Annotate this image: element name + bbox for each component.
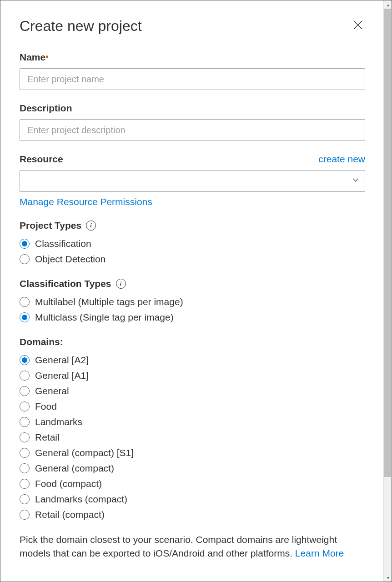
project-types-list: ClassificationObject Detection — [20, 238, 365, 265]
radio-button[interactable] — [20, 386, 30, 396]
scrollbar-track[interactable]: ▴ ▾ — [383, 0, 392, 582]
radio-button[interactable] — [20, 494, 30, 504]
radio-button[interactable] — [20, 510, 30, 520]
domain-option[interactable]: General [A1] — [20, 370, 365, 381]
manage-permissions-link[interactable]: Manage Resource Permissions — [20, 196, 152, 207]
radio-dot-icon — [22, 315, 27, 320]
domain-option[interactable]: Retail (compact) — [20, 509, 365, 520]
description-label: Description — [20, 103, 72, 114]
resource-select[interactable] — [20, 170, 365, 192]
radio-label: Multiclass (Single tag per image) — [35, 312, 174, 323]
info-icon[interactable]: i — [116, 279, 126, 289]
project-type-option[interactable]: Classification — [20, 238, 365, 249]
radio-button[interactable] — [20, 479, 30, 489]
radio-dot-icon — [22, 357, 27, 363]
radio-label: Landmarks (compact) — [35, 494, 127, 505]
radio-button[interactable] — [20, 371, 30, 381]
radio-label: General (compact) — [35, 463, 114, 474]
radio-button[interactable] — [20, 401, 30, 411]
radio-label: Object Detection — [35, 254, 106, 265]
radio-button[interactable] — [20, 254, 30, 264]
name-field-group: Name* — [20, 52, 365, 90]
domain-option[interactable]: Food (compact) — [20, 478, 365, 489]
classification-types-section: Classification Types i Multilabel (Multi… — [20, 278, 365, 323]
radio-button[interactable] — [20, 297, 30, 307]
scrollbar-thumb[interactable] — [384, 9, 391, 477]
help-text-body: Pick the domain closest to your scenario… — [20, 534, 337, 558]
domain-option[interactable]: General — [20, 386, 365, 396]
required-indicator: * — [45, 54, 48, 62]
dialog-title: Create new project — [20, 18, 142, 35]
radio-label: General [A2] — [35, 355, 89, 366]
domain-option[interactable]: General (compact) — [20, 463, 365, 474]
project-types-section: Project Types i ClassificationObject Det… — [20, 220, 365, 265]
close-icon — [352, 24, 363, 32]
name-input[interactable] — [20, 68, 365, 90]
classification-type-option[interactable]: Multilabel (Multiple tags per image) — [20, 296, 365, 307]
create-new-resource-link[interactable]: create new — [318, 154, 365, 165]
close-button[interactable] — [351, 18, 365, 34]
dialog-content: Create new project Name* Description — [0, 0, 383, 582]
radio-label: General (compact) [S1] — [35, 447, 134, 458]
domain-option[interactable]: Food — [20, 401, 365, 412]
resource-field-group: Resource create new Manage Resource Perm… — [20, 154, 365, 207]
dialog-window: Create new project Name* Description — [0, 0, 392, 582]
scroll-up-button[interactable]: ▴ — [384, 0, 392, 9]
domain-option[interactable]: Retail — [20, 432, 365, 443]
radio-label: Landmarks — [35, 416, 82, 427]
radio-label: Food (compact) — [35, 478, 102, 489]
radio-button[interactable] — [20, 239, 30, 249]
radio-button[interactable] — [20, 417, 30, 427]
radio-label: General — [35, 386, 69, 396]
radio-label: General [A1] — [35, 370, 89, 381]
domain-option[interactable]: General (compact) [S1] — [20, 447, 365, 458]
name-label: Name — [20, 52, 45, 62]
radio-button[interactable] — [20, 355, 30, 365]
radio-button[interactable] — [20, 448, 30, 458]
domain-option[interactable]: Landmarks (compact) — [20, 494, 365, 505]
description-input[interactable] — [20, 119, 365, 141]
info-icon[interactable]: i — [86, 221, 96, 231]
dialog-header: Create new project — [20, 18, 365, 35]
classification-type-option[interactable]: Multiclass (Single tag per image) — [20, 312, 365, 323]
radio-label: Retail — [35, 432, 60, 443]
radio-label: Multilabel (Multiple tags per image) — [35, 296, 183, 307]
domains-title: Domains: — [20, 336, 63, 347]
radio-button[interactable] — [20, 432, 30, 442]
scroll-down-button[interactable]: ▾ — [384, 573, 392, 582]
domains-help-text: Pick the domain closest to your scenario… — [20, 533, 365, 561]
radio-label: Food — [35, 401, 57, 412]
classification-types-list: Multilabel (Multiple tags per image)Mult… — [20, 296, 365, 323]
domain-option[interactable]: Landmarks — [20, 416, 365, 427]
domain-option[interactable]: General [A2] — [20, 355, 365, 366]
classification-types-title: Classification Types — [20, 278, 111, 289]
resource-label: Resource — [20, 154, 63, 165]
radio-button[interactable] — [20, 312, 30, 322]
radio-dot-icon — [22, 241, 27, 246]
project-type-option[interactable]: Object Detection — [20, 254, 365, 265]
domains-list: General [A2]General [A1]GeneralFoodLandm… — [20, 355, 365, 520]
description-field-group: Description — [20, 103, 365, 141]
radio-button[interactable] — [20, 463, 30, 473]
project-types-title: Project Types — [20, 220, 81, 231]
radio-label: Classification — [35, 238, 91, 249]
radio-label: Retail (compact) — [35, 509, 105, 520]
domains-section: Domains: General [A2]General [A1]General… — [20, 336, 365, 561]
learn-more-link[interactable]: Learn More — [295, 548, 344, 558]
